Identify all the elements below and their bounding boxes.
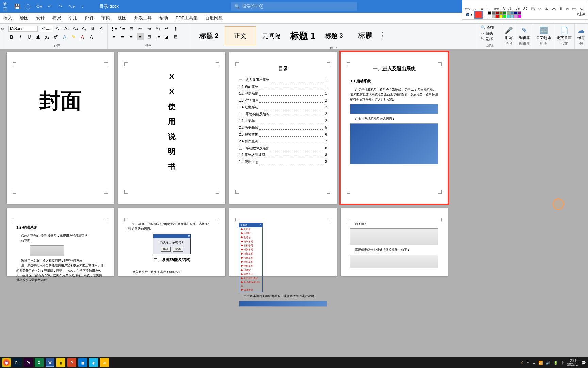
powerpoint-icon[interactable]: P [67, 358, 76, 367]
font-size-select[interactable]: 小二 [40, 25, 53, 32]
bullets-icon[interactable]: ⋮≡ [110, 25, 117, 32]
paper-group[interactable]: 📄 论文查重 论文 [554, 24, 575, 49]
style-normal[interactable]: 正文 [225, 26, 256, 45]
autosave-icon[interactable]: ◉关 [3, 3, 10, 10]
chrome-icon[interactable]: ◉ [2, 358, 11, 367]
document-canvas[interactable]: 封面 XX使用说明书 目录 一、进入及退出系统11.1 启动系统11.2 登陆系… [0, 49, 588, 361]
justify-icon[interactable]: ≡ [137, 33, 144, 40]
find-button[interactable]: 🔍 查找 [481, 25, 499, 30]
numbering-icon[interactable]: 1≡ [119, 25, 126, 32]
clear-format-icon[interactable]: Aᵩ [81, 25, 87, 32]
search-box[interactable]: 🔍 搜索(Alt+Q) [231, 2, 357, 11]
color-palette[interactable] [488, 11, 521, 18]
style-heading1[interactable]: 标题 1 [287, 26, 318, 45]
tray-battery-icon[interactable]: 🔋 [553, 361, 558, 365]
tab-references[interactable]: 引用 [69, 15, 78, 21]
font-name-select[interactable]: MiSans [8, 26, 38, 32]
circle-icon[interactable]: ◯ [24, 3, 31, 10]
align-center-icon[interactable]: ≡ [119, 33, 126, 40]
tab-baidu[interactable]: 百度网盘 [205, 15, 223, 21]
shading-icon[interactable]: ◢ [163, 33, 170, 40]
tray-ime[interactable]: 中 [561, 360, 565, 365]
tab-insert[interactable]: 插入 [3, 15, 12, 21]
voice-group[interactable]: 🎤 听写 语音 [502, 24, 516, 49]
char-border-icon[interactable]: A̲ [98, 25, 104, 32]
char-shade-icon[interactable]: A [88, 33, 95, 40]
font-color-icon[interactable]: A [79, 33, 86, 40]
superscript-button[interactable]: x² [52, 33, 59, 40]
page-cover[interactable]: 封面 [7, 52, 114, 204]
sync-icon[interactable]: ⟲▾ [35, 3, 42, 10]
app2-icon[interactable]: ◐ [89, 358, 98, 367]
tab-design[interactable]: 设计 [36, 15, 45, 21]
pilcrow-icon[interactable]: ¶ [172, 25, 179, 32]
distribute-icon[interactable]: ⊞ [146, 33, 152, 40]
text-effect-icon[interactable]: A [61, 33, 68, 40]
selected-color[interactable] [474, 11, 483, 19]
sort-icon[interactable]: A↕ [154, 25, 161, 32]
pen-dot-icon[interactable] [466, 13, 469, 16]
page-exit[interactable]: 钮，在弹出的画面选择"确定"按钮就可退出画面，选择"取消"返回先前画面。 X 确… [118, 208, 225, 276]
tab-help[interactable]: 帮助 [159, 15, 168, 21]
tray-up-icon[interactable]: ^ [527, 361, 529, 365]
redo-icon[interactable]: ↷ [57, 3, 64, 10]
select-button[interactable]: ↖ 选择 [481, 36, 499, 42]
page-title[interactable]: XX使用说明书 [118, 52, 225, 204]
word-icon[interactable]: W [46, 358, 54, 367]
change-case-icon[interactable]: Aa [72, 25, 79, 32]
style-heading3[interactable]: 标题 3 [318, 26, 350, 45]
tab-layout[interactable]: 布局 [52, 15, 61, 21]
align-right-icon[interactable]: ≡ [128, 33, 135, 40]
document-name[interactable]: 目录.docx [99, 3, 119, 10]
tab-view[interactable]: 视图 [118, 15, 127, 21]
tab-mail[interactable]: 邮件 [85, 15, 94, 21]
notification-icon[interactable]: 💬 [581, 361, 586, 365]
italic-button[interactable]: I [17, 33, 24, 40]
align-left-icon[interactable]: ≡ [110, 33, 117, 40]
tray-cloud-icon[interactable]: ☁ [532, 361, 536, 365]
tray-network-icon[interactable]: 📶 [538, 361, 543, 365]
excel-icon[interactable]: X [35, 358, 44, 367]
shrink-font-icon[interactable]: A↓ [64, 25, 70, 32]
multilevel-icon[interactable]: ⊟ [128, 25, 135, 32]
indent-left-icon[interactable]: ⇤ [137, 25, 144, 32]
page-remote[interactable]: 如下图： 高压仪表点击右键进行遥控操作，如下： [341, 208, 448, 276]
tab-devtools[interactable]: 开发工具 [134, 15, 152, 21]
line-spacing-icon[interactable]: ↕≡ [154, 33, 161, 40]
photoshop-icon[interactable]: Ps [13, 358, 22, 367]
subscript-button[interactable]: x₂ [44, 33, 50, 40]
taskbar-clock[interactable]: 20:10 2022/6/ [567, 359, 578, 366]
tab-pdf[interactable]: PDF工具集 [176, 15, 198, 21]
replace-button[interactable]: ↔ 替换 [481, 31, 499, 36]
styles-expand-icon[interactable]: ▴▾▿ [381, 30, 384, 42]
save-icon[interactable]: 💾 [14, 3, 20, 10]
pizhu-button[interactable]: 批注 [577, 12, 586, 17]
borders-icon[interactable]: ⊞ [172, 33, 179, 40]
style-nospace[interactable]: 无间隔 [256, 26, 287, 45]
premiere-icon[interactable]: Pr [24, 358, 33, 367]
weather-icon[interactable]: ☾ [521, 361, 524, 365]
grow-font-icon[interactable]: A↑ [55, 25, 62, 32]
app-icon[interactable]: ▦ [78, 358, 87, 367]
bold-button[interactable]: B [8, 33, 15, 40]
baidu-group[interactable]: ☁ 保存 保 [575, 24, 588, 49]
pointer-icon[interactable]: ↖▾ [68, 3, 75, 10]
undo-icon[interactable]: ↶ [46, 3, 53, 10]
editor-group[interactable]: ✎ 编辑器 编辑器 [516, 24, 533, 49]
phonetic-icon[interactable]: 拼 [89, 25, 96, 32]
page-section1[interactable]: 一、进入及退出系统 1.1 启动系统 1) 启动计算机后，软件会在系统成功启动 … [341, 52, 448, 204]
indent-right-icon[interactable]: ⇥ [146, 25, 152, 32]
tray-volume-icon[interactable]: 🔊 [546, 361, 551, 365]
page-menu[interactable]: 主菜单✕ ◆ 开闭所◆ 生活区◆ 制冷站◆ 电气车间◆ 三机合用◆ 框架车间◆ … [229, 208, 337, 276]
show-marks-icon[interactable]: ↵ [163, 25, 170, 32]
page-toc[interactable]: 目录 一、进入及退出系统11.1 启动系统11.2 登陆系统11.3 注销用户2… [229, 52, 337, 204]
strike-button[interactable]: ab [35, 33, 42, 40]
tab-review[interactable]: 审阅 [101, 15, 110, 21]
style-heading2[interactable]: 标题 2 [193, 26, 225, 45]
underline-button[interactable]: U [26, 33, 33, 40]
translate-group[interactable]: 🈁 全文翻译 翻译 [533, 24, 554, 49]
page-login[interactable]: 1.2 登陆系统 点击左下角的"登录"按扭后，出现用户登录对话框， 如下图： 选… [7, 208, 114, 276]
highlight-icon[interactable]: ✎ [70, 33, 77, 40]
tab-draw[interactable]: 绘图 [20, 15, 29, 21]
explorer-icon[interactable]: 📁 [100, 358, 109, 367]
